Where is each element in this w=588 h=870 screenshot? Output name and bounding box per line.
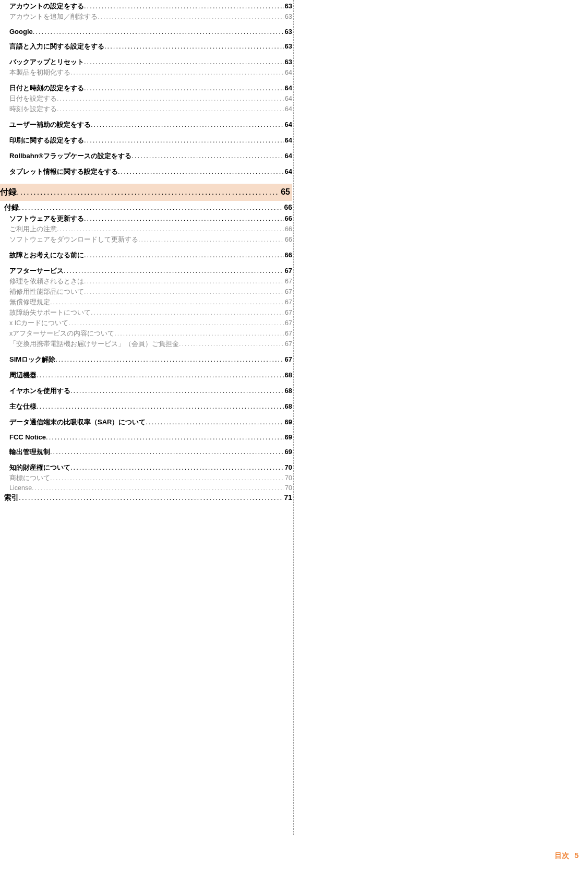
toc-leader-dots: ........................................… — [37, 402, 284, 410]
toc-entry-label: 印刷に関する設定をする — [9, 136, 84, 145]
toc-entry[interactable]: 日付を設定する.................................… — [9, 94, 292, 103]
toc-entry-page: 63 — [284, 28, 292, 35]
toc-entry[interactable]: アカウントを追加／削除する...........................… — [9, 13, 292, 21]
toc-entry-page: 70 — [284, 474, 292, 482]
toc-entry[interactable]: アフターサービス................................… — [9, 266, 292, 276]
toc-leader-dots: ........................................… — [70, 69, 284, 76]
toc-spacer — [0, 37, 292, 40]
toc-entry[interactable]: ご利用上の注意.................................… — [9, 225, 292, 234]
toc-entry[interactable]: 補修用性能部品について.............................… — [9, 288, 292, 296]
toc-entry[interactable]: 時刻を設定する.................................… — [9, 105, 292, 114]
toc-leader-dots: ........................................… — [33, 28, 284, 35]
toc-entry[interactable]: 印刷に関する設定をする.............................… — [9, 136, 292, 145]
toc-entry-page: 67 — [284, 319, 292, 327]
toc-entry-label: 本製品を初期化する — [9, 68, 70, 77]
toc-entry-page: 65 — [280, 187, 290, 197]
toc-entry-label: ソフトウェアを更新する — [9, 214, 84, 223]
toc-leader-dots: ........................................… — [104, 42, 284, 50]
toc-entry-page: 67 — [284, 288, 292, 295]
toc-entry-label: 輸出管理規制 — [9, 447, 50, 457]
toc-entry[interactable]: タブレット情報に関する設定をする........................… — [9, 167, 292, 176]
toc-entry-page: 64 — [284, 168, 292, 175]
toc-leader-dots: ........................................… — [57, 105, 284, 113]
toc-spacer — [0, 79, 292, 82]
toc-leader-dots: ........................................… — [84, 2, 284, 10]
toc-leader-dots: ........................................… — [84, 136, 284, 144]
toc-entry-label: ご利用上の注意 — [9, 225, 57, 234]
toc-entry[interactable]: 無償修理規定..................................… — [9, 298, 292, 307]
toc-entry-label: 無償修理規定 — [9, 298, 50, 307]
toc-entry[interactable]: アカウントの設定をする.............................… — [9, 2, 292, 11]
toc-entry[interactable]: 主な仕様....................................… — [9, 402, 292, 411]
toc-leader-dots: ........................................… — [68, 319, 284, 327]
toc-entry[interactable]: 故障紛失サポートについて............................… — [9, 308, 292, 317]
toc-spacer — [0, 428, 292, 432]
toc-entry-page: 67 — [284, 340, 292, 348]
toc-spacer — [0, 53, 292, 56]
toc-entry-label: 修理を依頼されるときは — [9, 277, 84, 286]
toc-entry[interactable]: Rollbahn®フラップケースの設定をする..................… — [9, 151, 292, 161]
toc-entry[interactable]: SIMロック解除................................… — [9, 355, 292, 364]
toc-entry-page: 71 — [283, 493, 292, 502]
toc-entry[interactable]: データ通信端末の比吸収率（SAR）について...................… — [9, 418, 292, 427]
toc-entry[interactable]: ユーザー補助の設定をする............................… — [9, 120, 292, 129]
toc-entry-page: 69 — [284, 433, 292, 441]
toc-entry-label: ユーザー補助の設定をする — [9, 120, 91, 129]
toc-entry[interactable]: バックアップとリセット.............................… — [9, 57, 292, 67]
toc-entry[interactable]: 本製品を初期化する...............................… — [9, 68, 292, 77]
toc-leader-dots: ........................................… — [64, 267, 284, 275]
toc-spacer — [0, 382, 292, 385]
toc-entry[interactable]: ソフトウェアを更新する.............................… — [9, 214, 292, 223]
toc-entry-page: 67 — [284, 299, 292, 306]
toc-entry-label: 故障紛失サポートについて — [9, 308, 91, 317]
toc-entry-page: 66 — [284, 236, 292, 243]
toc-entry[interactable]: 知的財産権について...............................… — [9, 463, 292, 472]
toc-entry-label: 商標について — [9, 474, 50, 483]
toc-entry[interactable]: 日付と時刻の設定をする.............................… — [9, 84, 292, 93]
toc-entry[interactable]: ソフトウェアをダウンロードして更新する.....................… — [9, 235, 292, 244]
toc-entry-page: 67 — [284, 309, 292, 316]
toc-entry-page: 68 — [284, 371, 292, 379]
toc-leader-dots: ........................................… — [84, 278, 284, 285]
toc-entry-label: アカウントの設定をする — [9, 2, 84, 11]
toc-entry[interactable]: 付録......................................… — [0, 187, 290, 198]
toc-leader-dots: ........................................… — [179, 340, 284, 348]
toc-entry-page: 64 — [284, 69, 292, 76]
toc-entry-page: 63 — [284, 2, 292, 10]
toc-entry-page: 63 — [284, 42, 292, 50]
column-divider — [293, 0, 294, 835]
toc-leader-dots: ........................................… — [19, 203, 283, 211]
toc-entry-page: 64 — [284, 136, 292, 144]
toc-entry-label: 付録 — [0, 187, 17, 198]
toc-entry-label: 索引 — [4, 493, 19, 503]
toc-spacer — [0, 443, 292, 446]
toc-entry[interactable]: 付録......................................… — [4, 203, 292, 212]
toc-entry[interactable]: FCC Notice..............................… — [9, 433, 292, 441]
page-footer: 目次 5 — [555, 851, 579, 861]
toc-entry[interactable]: Google..................................… — [9, 28, 292, 35]
toc-entry-page: 68 — [284, 402, 292, 410]
toc-leader-dots: ........................................… — [118, 168, 284, 175]
toc-entry[interactable]: 故障とお考えになる前に.............................… — [9, 251, 292, 260]
toc-leader-dots: ........................................… — [17, 187, 280, 197]
toc-entry[interactable]: 周辺機器....................................… — [9, 371, 292, 380]
toc-entry-label: タブレット情報に関する設定をする — [9, 167, 118, 176]
toc-leader-dots: ........................................… — [138, 236, 284, 243]
toc-leader-dots: ........................................… — [55, 355, 283, 363]
toc-entry[interactable]: 輸出管理規制..................................… — [9, 447, 292, 457]
toc-entry[interactable]: x ICカードについて.............................… — [9, 319, 292, 328]
toc-entry[interactable]: xアフターサービスの内容について........................… — [9, 329, 292, 338]
toc-entry[interactable]: イヤホンを使用する...............................… — [9, 386, 292, 396]
toc-leader-dots: ........................................… — [91, 121, 284, 128]
toc-entry-page: 64 — [284, 121, 292, 128]
toc-entry[interactable]: 商標について..................................… — [9, 474, 292, 483]
toc-entry[interactable]: 索引......................................… — [4, 493, 292, 503]
toc-entry-label: 日付を設定する — [9, 94, 57, 103]
toc-entry-label: 知的財産権について — [9, 463, 70, 472]
toc-entry-page: 69 — [284, 448, 292, 456]
toc-entry[interactable]: 言語と入力に関する設定をする..........................… — [9, 42, 292, 51]
toc-entry[interactable]: License.................................… — [9, 484, 292, 492]
footer-page-number: 5 — [574, 851, 579, 860]
toc-entry[interactable]: 修理を依頼されるときは.............................… — [9, 277, 292, 286]
toc-entry[interactable]: 「交換用携帯電話機お届けサービス」（会員）ご負担金...............… — [9, 340, 292, 349]
